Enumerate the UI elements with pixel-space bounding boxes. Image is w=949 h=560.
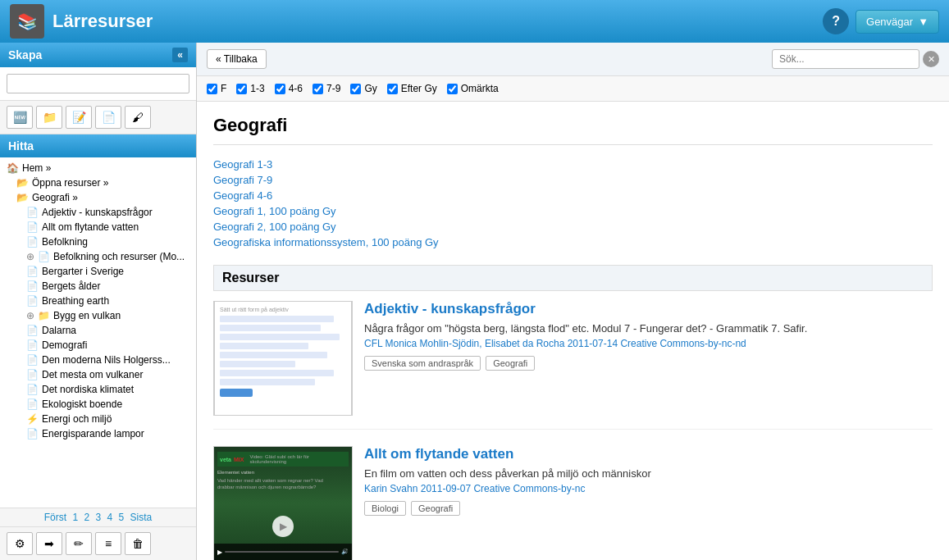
new-item-button[interactable]: 🆕 (7, 106, 33, 129)
genvägar-button[interactable]: Genvägar ▼ (855, 10, 939, 34)
search-clear-button[interactable]: ✕ (923, 51, 939, 67)
help-button[interactable]: ? (823, 8, 849, 34)
course-link-geografi-7-9[interactable]: Geografi 7-9 (213, 174, 933, 186)
page-5-link[interactable]: 5 (119, 512, 125, 523)
folder-open-icon: 📂 (16, 177, 29, 189)
sidebar-toolbar: 🆕 📁 📝 📄 🖌 (0, 101, 196, 134)
sidebar-item-moderna-nils[interactable]: 📄 Den moderna Nils Holgerss... (0, 353, 196, 367)
sidebar-item-bygg-en-vulkan[interactable]: ⊕ 📁 Bygg en vulkan (0, 308, 196, 323)
sidebar-item-open-resources[interactable]: 📂 Öppna resurser » (0, 175, 196, 190)
course-link-geografi-4-6[interactable]: Geografi 4-6 (213, 189, 933, 202)
edit-button[interactable]: 📝 (66, 106, 92, 129)
sidebar-item-label: Adjektiv - kunskapsfrågor (42, 207, 153, 218)
filter-f-label: F (221, 83, 226, 94)
filter-omärkta-label: Omärkta (461, 83, 499, 94)
resource-meta-adjektiv: CFL Monica Mohlin-Sjödin, Elisabet da Ro… (364, 338, 933, 349)
filter-4-6[interactable]: 4-6 (275, 83, 303, 94)
clear-button[interactable]: 🖌 (125, 106, 151, 129)
pencil-icon: ✏ (74, 537, 84, 550)
resource-title-adjektiv[interactable]: Adjektiv - kunskapsfrågor (364, 301, 933, 317)
sidebar-item-label: Det nordiska klimatet (42, 384, 134, 395)
course-link-geografi-1-gy[interactable]: Geografi 1, 100 poäng Gy (213, 205, 933, 217)
page-1-link[interactable]: 1 (72, 512, 78, 523)
folder-button[interactable]: 📁 (36, 106, 62, 129)
filter-f-checkbox[interactable] (207, 84, 217, 94)
sidebar-item-det-mesta[interactable]: 📄 Det mesta om vulkaner (0, 367, 196, 382)
file-icon: 📄 (26, 266, 39, 277)
page-2-link[interactable]: 2 (84, 512, 89, 523)
filter-bar: F 1-3 4-6 7-9 Gy Efter Gy (197, 76, 949, 102)
filter-efter-gy-checkbox[interactable] (387, 84, 398, 94)
bottom-btn-1[interactable]: ⚙ (7, 532, 33, 555)
sidebar-item-energi-miljo[interactable]: ⚡ Energi och miljö (0, 412, 196, 426)
sidebar-item-label: Geografi » (32, 192, 78, 203)
expand-icon: ⊕ (26, 251, 34, 262)
filter-1-3[interactable]: 1-3 (236, 83, 264, 94)
sidebar-item-allt-om-flytande[interactable]: 📄 Allt om flytande vatten (0, 220, 196, 234)
page-3-link[interactable]: 3 (95, 512, 101, 523)
bottom-btn-delete[interactable]: 🗑 (125, 532, 151, 555)
sidebar-search-input[interactable] (7, 74, 189, 93)
sidebar-item-bergets-alder[interactable]: 📄 Bergets ålder (0, 279, 196, 294)
hitta-label: Hitta (8, 139, 34, 153)
sidebar-item-label: Det mesta om vulkaner (42, 369, 143, 380)
sidebar-item-home[interactable]: 🏠 Hem » (0, 161, 196, 175)
filter-gy[interactable]: Gy (350, 83, 376, 94)
skapa-collapse-button[interactable]: « (172, 48, 188, 62)
hitta-header: Hitta (0, 134, 196, 157)
filter-7-9[interactable]: 7-9 (313, 83, 340, 94)
bottom-btn-4[interactable]: ≡ (95, 532, 121, 555)
file-icon: 📄 (26, 207, 39, 218)
sidebar-item-breathing-earth[interactable]: 📄 Breathing earth (0, 294, 196, 308)
first-page-link[interactable]: Först (44, 512, 66, 523)
file-icon: 📄 (26, 280, 39, 292)
sidebar-item-befolkning-resurser[interactable]: ⊕ 📄 Befolkning och resurser (Mo... (0, 249, 196, 264)
logo-icon: 📚 (17, 11, 38, 31)
bottom-btn-2[interactable]: ➡ (36, 532, 62, 555)
search-right: ✕ (772, 49, 939, 69)
course-link-gis[interactable]: Geografiska informationssystem, 100 poän… (213, 236, 933, 248)
folder-open-icon: 📂 (16, 192, 29, 203)
sidebar-item-nordiska-klimatet[interactable]: 📄 Det nordiska klimatet (0, 382, 196, 397)
page-title: Geografi (213, 115, 933, 145)
sidebar-item-ekologiskt[interactable]: 📄 Ekologiskt boende (0, 397, 196, 412)
chevron-down-icon: ▼ (918, 16, 928, 28)
sidebar-item-befolkning[interactable]: 📄 Befolkning (0, 234, 196, 249)
filter-omärkta-checkbox[interactable] (447, 84, 458, 94)
skapa-label: Skapa (8, 48, 42, 61)
trash-icon: 🗑 (132, 537, 144, 550)
sidebar-item-demografi[interactable]: 📄 Demografi (0, 338, 196, 353)
sidebar-item-energisparande[interactable]: 📄 Energisparande lampor (0, 426, 196, 441)
filter-7-9-checkbox[interactable] (313, 84, 323, 94)
tag-biologi: Biologi (364, 501, 406, 516)
last-page-link[interactable]: Sista (130, 512, 153, 523)
resource-card-vatten: vetaMIX Video: Gläd subí och lär för sko… (213, 446, 933, 560)
sidebar: Skapa « 🆕 📁 📝 📄 🖌 Hitta (0, 43, 197, 560)
header-right: ? Genvägar ▼ (823, 8, 939, 34)
resource-info-adjektiv: Adjektiv - kunskapsfrågor Några frågor o… (364, 301, 933, 416)
course-link-geografi-1-3[interactable]: Geografi 1-3 (213, 158, 933, 171)
filter-4-6-checkbox[interactable] (275, 84, 285, 94)
resource-title-vatten[interactable]: Allt om flytande vatten (364, 446, 933, 462)
sidebar-item-adjektiv[interactable]: 📄 Adjektiv - kunskapsfrågor (0, 205, 196, 220)
course-link-geografi-2-gy[interactable]: Geografi 2, 100 poäng Gy (213, 221, 933, 233)
folder-icon: 📁 (43, 111, 57, 124)
edit-icon: 📝 (72, 111, 86, 124)
file-icon: 📄 (26, 295, 39, 307)
page-4-link[interactable]: 4 (107, 512, 113, 523)
sidebar-item-bergarter[interactable]: 📄 Bergarter i Sverige (0, 264, 196, 279)
copy-button[interactable]: 📄 (95, 106, 121, 129)
bottom-btn-3[interactable]: ✏ (66, 532, 92, 555)
pagination: Först 1 2 3 4 5 Sista (0, 508, 196, 526)
content-search-input[interactable] (772, 49, 919, 69)
back-button[interactable]: « Tillbaka (207, 49, 267, 69)
sidebar-item-geografi[interactable]: 📂 Geografi » (0, 190, 196, 205)
course-links: Geografi 1-3 Geografi 7-9 Geografi 4-6 G… (213, 158, 933, 248)
sidebar-item-dalarna[interactable]: 📄 Dalarna (0, 323, 196, 338)
filter-efter-gy[interactable]: Efter Gy (387, 83, 437, 94)
filter-1-3-label: 1-3 (250, 83, 264, 94)
filter-1-3-checkbox[interactable] (236, 84, 247, 94)
filter-omärkta[interactable]: Omärkta (447, 83, 499, 94)
filter-gy-checkbox[interactable] (350, 84, 361, 94)
filter-f[interactable]: F (207, 83, 226, 94)
